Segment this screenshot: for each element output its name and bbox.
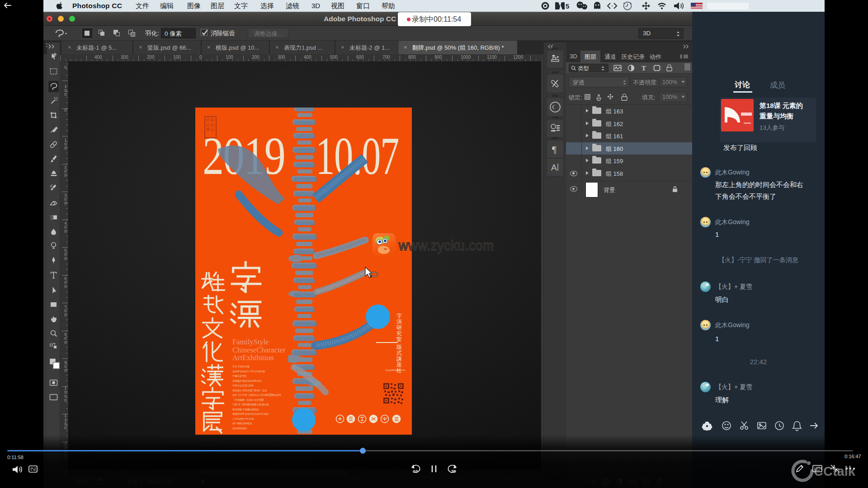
svg-text:30: 30 bbox=[451, 469, 456, 474]
svg-text:5: 5 bbox=[566, 2, 569, 10]
svg-text:¶: ¶ bbox=[552, 144, 557, 155]
svg-text:A: A bbox=[551, 163, 557, 172]
svg-text:T: T bbox=[642, 65, 646, 72]
svg-text:10: 10 bbox=[413, 469, 418, 474]
